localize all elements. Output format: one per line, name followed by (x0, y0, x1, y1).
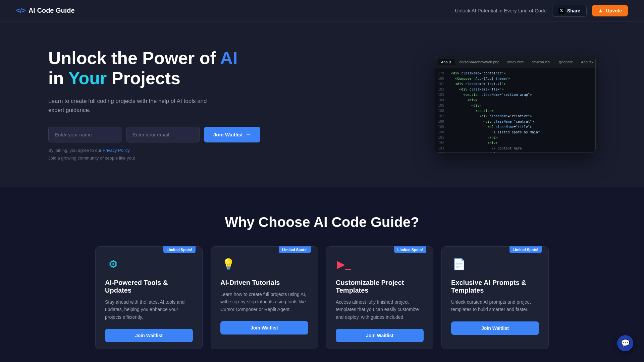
privacy-link[interactable]: Privacy Policy (103, 148, 129, 153)
name-input[interactable] (48, 127, 122, 142)
hero-title-prefix: Unlock the Power of (48, 48, 220, 68)
bulb-icon: 💡 (222, 258, 235, 270)
card-icon-terminal: ▶_ (336, 256, 352, 272)
upvote-button[interactable]: ▲ Upvote (592, 5, 628, 16)
code-tab-apptsx[interactable]: App.tsx (578, 59, 595, 65)
header-tagline: Unlock AI Potential in Every Line of Cod… (455, 8, 547, 13)
code-body: 179180181182183 184185186187188 18919019… (435, 68, 595, 153)
code-tabs: App.js cursor-ai-renovation.png index.ht… (435, 56, 595, 68)
card-templates: Limited Spots! ▶_ Customizable Project T… (326, 246, 433, 349)
card-badge-2: Limited Spots! (279, 246, 311, 253)
card-title-2: AI-Driven Tutorials (220, 279, 308, 287)
header-right: Unlock AI Potential in Every Line of Cod… (455, 5, 628, 17)
card-prompts: Limited Spots! 📄 Exclusive AI Prompts & … (441, 246, 549, 349)
gear-icon: ⚙ (108, 258, 118, 270)
card-join-button-3[interactable]: Join Waitlist (336, 329, 424, 342)
card-icon-gear: ⚙ (105, 256, 121, 272)
card-desc-2: Learn how to create full projects using … (220, 291, 308, 313)
logo-bracket: </> (16, 7, 26, 14)
card-icon-doc: 📄 (451, 256, 467, 272)
card-desc-3: Access almost fully finished project tem… (336, 298, 424, 321)
card-title-1: AI-Powered Tools & Updates (105, 279, 193, 294)
card-icon-bulb: 💡 (220, 256, 236, 272)
hero-form: Join Waitlist → (48, 127, 250, 142)
why-section: Why Choose AI Code Guide? Limited Spots!… (0, 187, 644, 362)
code-tab-gitignore[interactable]: .gitignore (554, 59, 576, 65)
code-tab-cursor[interactable]: cursor-ai-renovation.png (456, 59, 503, 65)
email-input[interactable] (126, 127, 200, 142)
card-title-4: Exclusive AI Prompts & Templates (451, 279, 539, 294)
card-tutorials: Limited Spots! 💡 AI-Driven Tutorials Lea… (211, 246, 318, 349)
privacy-prefix: By joining, you agree to our (48, 148, 103, 153)
why-title: Why Choose AI Code Guide? (48, 214, 596, 230)
hero-right: App.js cursor-ai-renovation.png index.ht… (435, 56, 596, 153)
code-content: <div className="container"> <Composer Ap… (447, 68, 595, 153)
upvote-icon: ▲ (598, 8, 603, 14)
join-label: Join Waitlist (213, 132, 243, 137)
share-label: Share (567, 8, 580, 13)
chat-icon: 💬 (621, 339, 630, 348)
card-ai-tools: Limited Spots! ⚙ AI-Powered Tools & Upda… (95, 246, 203, 349)
hero-section: Unlock the Power of AI in Your Projects … (0, 21, 644, 187)
upvote-label: Upvote (606, 8, 622, 13)
privacy-text: By joining, you agree to our Privacy Pol… (48, 148, 250, 153)
hero-left: Unlock the Power of AI in Your Projects … (48, 48, 250, 161)
arrow-icon: → (246, 131, 251, 137)
card-badge-3: Limited Spots! (394, 246, 426, 253)
code-window: App.js cursor-ai-renovation.png index.ht… (435, 56, 596, 153)
card-badge-1: Limited Spots! (163, 246, 196, 253)
card-badge-4: Limited Spots! (509, 246, 542, 253)
card-join-button-4[interactable]: Join Waitlist (451, 321, 539, 335)
code-tab-index[interactable]: index.html (504, 59, 528, 65)
share-button[interactable]: 𝕏 Share (552, 5, 587, 17)
terminal-icon: ▶_ (337, 258, 351, 270)
doc-icon: 📄 (452, 258, 466, 270)
hero-title: Unlock the Power of AI in Your Projects (48, 48, 250, 88)
community-text: Join a growing community of people like … (48, 156, 250, 161)
hero-highlight-ai: AI (220, 48, 237, 68)
chat-widget[interactable]: 💬 (617, 335, 633, 351)
line-numbers: 179180181182183 184185186187188 18919019… (435, 68, 447, 153)
card-title-3: Customizable Project Templates (336, 279, 424, 294)
card-join-button-1[interactable]: Join Waitlist (105, 329, 193, 342)
code-tab-favicon[interactable]: favicon.ico (529, 59, 553, 65)
hero-title-suffix: Projects (107, 68, 180, 88)
card-desc-4: Unlock curated AI prompts and project te… (451, 298, 539, 313)
hero-subtitle: Learn to create full coding projects wit… (48, 97, 209, 115)
privacy-suffix: . (129, 148, 131, 153)
cards-grid: Limited Spots! ⚙ AI-Powered Tools & Upda… (48, 246, 596, 349)
hero-title-mid: in (48, 68, 68, 88)
logo-text: AI Code Guide (29, 7, 75, 14)
card-join-button-2[interactable]: Join Waitlist (220, 321, 308, 335)
x-icon: 𝕏 (558, 8, 565, 14)
card-desc-1: Stay ahead with the latest AI tools and … (105, 298, 193, 321)
join-waitlist-button[interactable]: Join Waitlist → (204, 127, 260, 142)
hero-highlight-your: Your (68, 68, 107, 88)
code-tab-appjs[interactable]: App.js (438, 59, 455, 65)
logo: </> AI Code Guide (16, 7, 75, 14)
header: </> AI Code Guide Unlock AI Potential in… (0, 0, 644, 21)
